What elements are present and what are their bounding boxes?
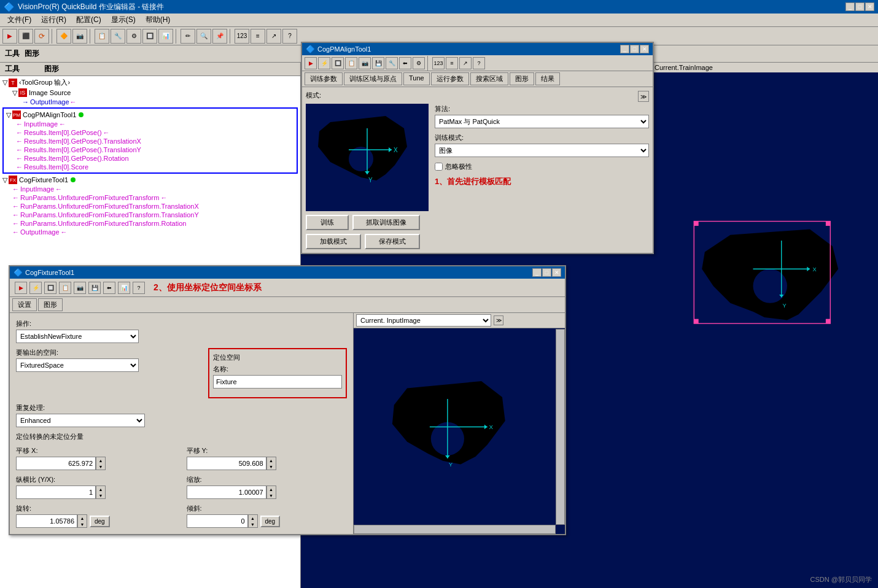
pm-tb-7[interactable]: 🔧: [386, 57, 398, 69]
tab-results[interactable]: 结果: [535, 72, 560, 85]
toolbar-btn-7[interactable]: 🔧: [111, 29, 125, 44]
tree-node-pm-result3[interactable]: ← Results.Item[0].GetPose().TranslationY: [5, 145, 295, 154]
ignore-polarity-check[interactable]: [435, 163, 443, 171]
menu-file[interactable]: 文件(F): [2, 14, 36, 26]
toolbar-btn-12[interactable]: 🔍: [196, 29, 211, 44]
translate-y-up[interactable]: ▲: [267, 457, 276, 463]
fixture-scrollbar-v[interactable]: [556, 329, 565, 525]
toolbar-btn-6[interactable]: 📋: [95, 29, 109, 44]
cogpm-close[interactable]: ✕: [640, 45, 649, 53]
aspect-ratio-up[interactable]: ▲: [96, 486, 105, 492]
pm-tb-run[interactable]: ▶: [305, 57, 317, 69]
toolbar-btn-11[interactable]: ✏: [181, 29, 195, 44]
skew-unit-btn[interactable]: deg: [260, 516, 281, 527]
tree-node-output1[interactable]: → OutputImage ←: [0, 98, 300, 106]
translate-x-input[interactable]: [16, 457, 96, 470]
tree-node-fix-transform[interactable]: ← RunParams.UnfixturedFromFixturedTransf…: [0, 193, 300, 202]
algorithm-select[interactable]: PatMax 与 PatQuick: [435, 115, 649, 128]
menu-run[interactable]: 运行(R): [36, 14, 71, 26]
aspect-ratio-down[interactable]: ▼: [96, 492, 105, 498]
translate-x-down[interactable]: ▼: [96, 463, 105, 470]
fixture-tab-settings[interactable]: 设置: [12, 298, 37, 311]
fix-tb-run[interactable]: ▶: [15, 282, 27, 294]
fix-tb-6[interactable]: 💾: [88, 282, 101, 294]
fixture-maximize[interactable]: □: [542, 268, 551, 277]
pm-tb-9[interactable]: ⚙: [413, 57, 425, 69]
translate-x-up[interactable]: ▲: [96, 457, 105, 463]
pm-tb-5[interactable]: 📷: [359, 57, 371, 69]
fix-tb-3[interactable]: 🔲: [44, 282, 56, 294]
toolbar-btn-1[interactable]: ▶: [2, 29, 17, 44]
expand-btn[interactable]: ≫: [638, 91, 649, 102]
fixture-image-select[interactable]: Current. InputImage: [356, 314, 491, 327]
skew-up[interactable]: ▲: [249, 515, 257, 521]
tree-node-fix-ty[interactable]: ← RunParams.UnfixturedFromFixturedTransf…: [0, 211, 300, 219]
tree-node-imagesource[interactable]: ▽ IS Image Source: [0, 88, 300, 98]
output-space-select[interactable]: FixturedSpace: [16, 358, 139, 372]
tree-node-pm-result5[interactable]: ← Results.Item[0].Score: [5, 163, 295, 171]
scale-up[interactable]: ▲: [267, 486, 276, 492]
menu-display[interactable]: 显示(S): [106, 14, 141, 26]
fixture-scrollbar-h[interactable]: [354, 525, 556, 534]
pm-tb-11[interactable]: ≡: [446, 57, 458, 69]
translate-y-down[interactable]: ▼: [267, 463, 276, 470]
skew-input[interactable]: [187, 514, 248, 528]
pm-tb-stop[interactable]: ⚡: [318, 57, 330, 69]
pm-tb-3[interactable]: 🔲: [332, 57, 344, 69]
tree-node-toolgroup[interactable]: ▽ T ‹ToolGroup 输入›: [0, 77, 300, 88]
fix-tb-8[interactable]: 📊: [118, 282, 130, 294]
rotation-input[interactable]: [16, 514, 77, 528]
toolbar-btn-13[interactable]: 📌: [212, 29, 227, 44]
tree-node-fix-output[interactable]: ← OutputImage ←: [0, 228, 300, 236]
fix-tb-5[interactable]: 📷: [74, 282, 86, 294]
cogpm-minimize[interactable]: _: [620, 45, 629, 53]
translate-y-input[interactable]: [187, 457, 266, 470]
tree-node-fix-tx[interactable]: ← RunParams.UnfixturedFromFixturedTransf…: [0, 202, 300, 211]
fix-tb-9[interactable]: ?: [133, 282, 145, 294]
tree-node-pm-result4[interactable]: ← Results.Item[0].GetPose().Rotation: [5, 154, 295, 163]
rotation-unit-btn[interactable]: deg: [90, 516, 110, 527]
toolbar-btn-16[interactable]: ↗: [266, 29, 281, 44]
rotation-up[interactable]: ▲: [78, 515, 87, 521]
btn-train[interactable]: 训练: [306, 215, 349, 230]
maximize-button[interactable]: □: [855, 2, 864, 11]
skew-down[interactable]: ▼: [249, 521, 257, 527]
pm-tb-13[interactable]: ?: [473, 57, 485, 69]
toolbar-btn-3[interactable]: ⟳: [34, 29, 49, 44]
toolbar-btn-17[interactable]: ?: [282, 29, 297, 44]
toolbar-btn-8[interactable]: ⚙: [126, 29, 141, 44]
btn-load-mode[interactable]: 加载模式: [306, 234, 361, 249]
scale-down[interactable]: ▼: [267, 492, 276, 498]
toolbar-btn-2[interactable]: ⬛: [18, 29, 33, 44]
tab-search-region[interactable]: 搜索区域: [470, 72, 508, 85]
toolbar-btn-5[interactable]: 📷: [72, 29, 87, 44]
pm-tb-8[interactable]: ⬅: [399, 57, 411, 69]
toolbar-btn-15[interactable]: ≡: [251, 29, 265, 44]
menu-help[interactable]: 帮助(H): [141, 14, 176, 26]
fix-tb-4[interactable]: 📋: [59, 282, 71, 294]
toolbar-btn-9[interactable]: 🔲: [142, 29, 157, 44]
tab-tune[interactable]: Tune: [403, 72, 430, 85]
menu-config[interactable]: 配置(C): [71, 14, 106, 26]
operation-select[interactable]: EstablishNewFixture: [16, 330, 139, 343]
fixture-close[interactable]: ✕: [552, 268, 561, 277]
toolbar-btn-14[interactable]: 123: [235, 29, 249, 44]
name-input[interactable]: [213, 375, 342, 389]
tree-node-pm-result1[interactable]: ← Results.Item[0].GetPose() ←: [5, 128, 295, 137]
tree-node-cogfixture[interactable]: ▽ FX CogFixtureTool1: [0, 175, 300, 185]
tree-node-fix-rot[interactable]: ← RunParams.UnfixturedFromFixturedTransf…: [0, 219, 300, 228]
btn-capture-train[interactable]: 抓取训练图像: [352, 215, 420, 230]
train-mode-select[interactable]: 图像: [435, 144, 649, 157]
aspect-ratio-input[interactable]: [16, 485, 96, 499]
tab-graphics[interactable]: 图形: [510, 72, 534, 85]
fix-tb-2[interactable]: ⚡: [29, 282, 42, 294]
fixture-tab-graphics[interactable]: 图形: [38, 298, 63, 311]
fixture-image-expand[interactable]: ≫: [494, 315, 503, 325]
pm-tb-12[interactable]: ↗: [459, 57, 472, 69]
fix-tb-7[interactable]: ⬅: [103, 282, 115, 294]
fixture-minimize[interactable]: _: [532, 268, 542, 277]
cogpm-maximize[interactable]: □: [630, 45, 639, 53]
rotation-down[interactable]: ▼: [78, 521, 87, 527]
close-button[interactable]: ✕: [865, 2, 874, 11]
pm-tb-6[interactable]: 💾: [372, 57, 384, 69]
